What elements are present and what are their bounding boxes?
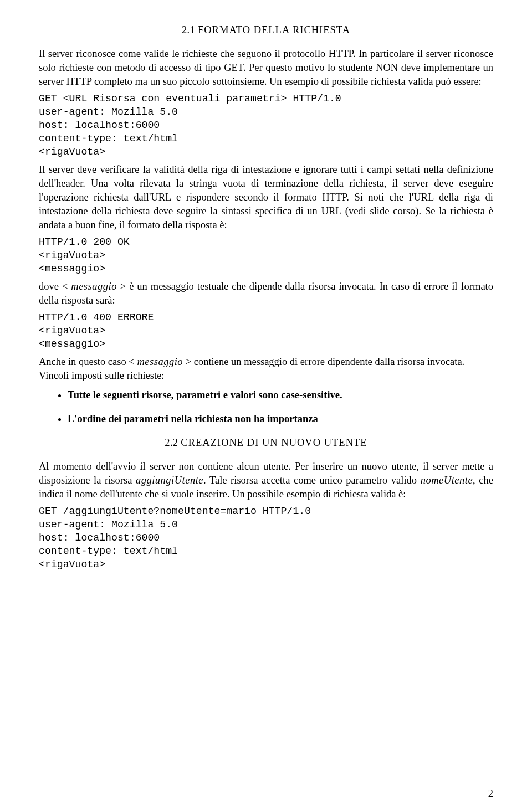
- code-block: HTTP/1.0 400 ERRORE <rigaVuota> <messagg…: [39, 311, 493, 351]
- document-page: 2.1 FORMATO DELLA RICHIESTA Il server ri…: [0, 0, 532, 812]
- code-block: GET /aggiungiUtente?nomeUtente=mario HTT…: [39, 505, 493, 571]
- section-title: CREAZIONE DI UN NUOVO UTENTE: [181, 437, 367, 448]
- section-number: 2.1: [182, 24, 195, 35]
- code-block: GET <URL Risorsa con eventuali parametri…: [39, 92, 493, 158]
- italic-term: aggiungiUtente: [136, 475, 203, 486]
- paragraph: Al momento dell'avvio il server non cont…: [39, 460, 493, 501]
- italic-term: messaggio: [137, 356, 183, 367]
- section-heading-2-1: 2.1 FORMATO DELLA RICHIESTA: [39, 23, 493, 37]
- section-heading-2-2: 2.2 CREAZIONE DI UN NUOVO UTENTE: [39, 436, 493, 450]
- paragraph: dove < messaggio > è un messaggio testua…: [39, 280, 493, 307]
- section-number: 2.2: [165, 437, 178, 448]
- text-fragment: > contiene un messaggio di errore dipend…: [183, 356, 464, 367]
- bullet-list: Tutte le seguenti risorse, parametri e v…: [39, 388, 493, 426]
- paragraph: Il server deve verificare la validità de…: [39, 163, 493, 232]
- paragraph: Vincoli imposti sulle richieste:: [39, 369, 493, 383]
- text-fragment: . Tale risorsa accetta come unico parame…: [203, 475, 421, 486]
- list-item: L'ordine dei parametri nella richiesta n…: [68, 412, 493, 426]
- italic-term: messaggio: [71, 281, 117, 292]
- text-fragment: dove <: [39, 281, 71, 292]
- section-title: FORMATO DELLA RICHIESTA: [198, 24, 350, 35]
- text-fragment: Anche in questo caso <: [39, 356, 137, 367]
- paragraph: Anche in questo caso < messaggio > conti…: [39, 355, 493, 369]
- list-item: Tutte le seguenti risorse, parametri e v…: [68, 388, 493, 402]
- code-block: HTTP/1.0 200 OK <rigaVuota> <messaggio>: [39, 235, 493, 275]
- page-number: 2: [488, 787, 493, 801]
- paragraph: Il server riconosce come valide le richi…: [39, 47, 493, 89]
- italic-term: nomeUtente: [421, 475, 473, 486]
